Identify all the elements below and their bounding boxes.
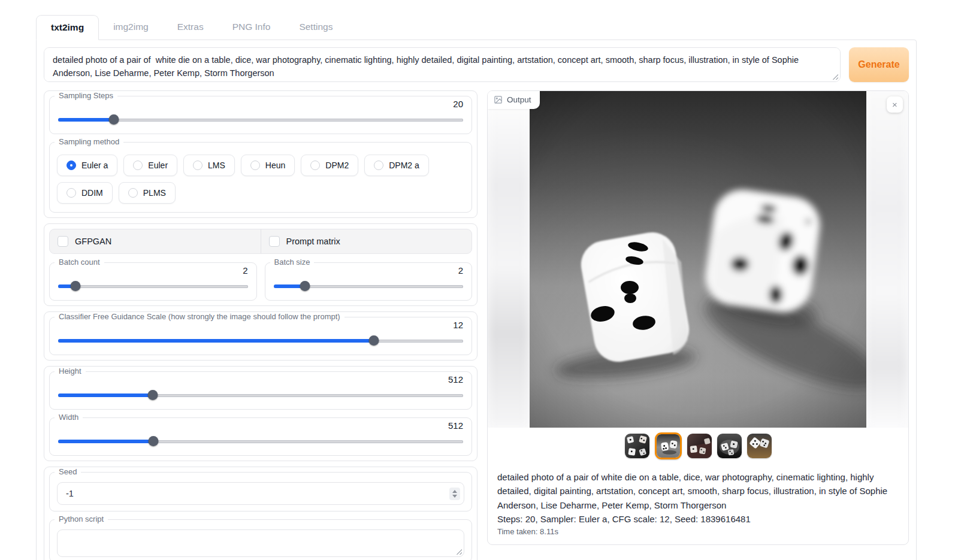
cfg-slider[interactable]: [58, 335, 463, 346]
python-script-group: Python script: [49, 519, 472, 560]
number-spinner[interactable]: [449, 488, 460, 500]
tab-extras[interactable]: Extras: [163, 15, 218, 40]
radio-dot-selected: [67, 161, 76, 170]
app-window: txt2img img2img Extras PNG Info Settings…: [36, 15, 917, 560]
checkbox-label: Prompt matrix: [286, 237, 340, 246]
radio-euler[interactable]: Euler: [123, 155, 177, 176]
width-group: Width 512: [49, 417, 472, 456]
output-tag-label: Output: [507, 95, 531, 104]
output-tag: Output: [488, 91, 540, 109]
cfg-label: Classifier Free Guidance Scale (how stro…: [55, 312, 344, 321]
seed-input[interactable]: [60, 489, 449, 498]
radio-dot: [250, 161, 260, 170]
settings-column: Sampling Steps 20 Sampling method Euler …: [44, 90, 478, 560]
tab-bar: txt2img img2img Extras PNG Info Settings: [36, 15, 917, 40]
radio-label: DDIM: [81, 188, 103, 198]
python-script-wrap: [57, 529, 464, 557]
height-slider[interactable]: [58, 390, 463, 401]
tab-txt2img[interactable]: txt2img: [36, 15, 99, 40]
slider-handle[interactable]: [147, 390, 158, 400]
python-script-label: Python script: [55, 514, 108, 523]
slider-fill: [58, 440, 153, 443]
sampling-method-group: Sampling method Euler a Euler LMS Heun D…: [49, 142, 472, 213]
options-panel: GFPGAN Prompt matrix Batch count 2: [44, 223, 478, 306]
gallery-thumbnail-1[interactable]: [625, 434, 649, 458]
radio-heun[interactable]: Heun: [241, 155, 295, 176]
gfpgan-checkbox[interactable]: GFPGAN: [50, 229, 261, 253]
spinner-down-icon[interactable]: [452, 495, 457, 498]
radio-dpm2[interactable]: DPM2: [301, 155, 358, 176]
slider-handle[interactable]: [300, 281, 310, 291]
batch-size-group: Batch size 2: [265, 262, 473, 301]
page: txt2img img2img Extras PNG Info Settings…: [0, 0, 955, 560]
batch-count-slider[interactable]: [58, 281, 248, 292]
sampling-method-label: Sampling method: [55, 137, 123, 146]
height-label: Height: [55, 367, 86, 376]
radio-label: LMS: [208, 161, 225, 170]
checkbox-box: [269, 236, 280, 247]
radio-ddim[interactable]: DDIM: [57, 182, 113, 204]
generated-image-dice[interactable]: [530, 91, 866, 428]
batch-count-label: Batch count: [55, 258, 104, 267]
slider-fill: [58, 339, 374, 343]
slider-handle[interactable]: [369, 335, 379, 346]
seed-label: Seed: [55, 467, 81, 476]
output-panel: Output ×: [487, 90, 909, 545]
width-value: 512: [448, 420, 463, 431]
radio-label: Heun: [265, 161, 285, 170]
gallery-thumbnail-4[interactable]: [717, 434, 742, 458]
tab-settings[interactable]: Settings: [285, 15, 347, 40]
python-script-textarea[interactable]: [57, 529, 464, 557]
sampling-steps-label: Sampling Steps: [55, 91, 117, 100]
slider-fill: [58, 118, 114, 122]
sampling-steps-slider[interactable]: [58, 114, 463, 125]
slider-fill: [58, 393, 153, 397]
batch-count-value: 2: [243, 265, 247, 276]
tab-png-info[interactable]: PNG Info: [218, 15, 285, 40]
height-group: Height 512: [49, 371, 472, 410]
generate-button[interactable]: Generate: [849, 47, 909, 82]
seed-input-wrap: [57, 482, 464, 505]
radio-plms[interactable]: PLMS: [119, 182, 176, 204]
image-icon: [494, 95, 503, 104]
prompt-row: detailed photo of a pair of white die on…: [44, 47, 909, 82]
caption-time-taken: Time taken: 8.11s: [497, 527, 899, 536]
generated-image-stage: [488, 91, 908, 428]
batch-size-slider[interactable]: [274, 281, 464, 292]
prompt-matrix-checkbox[interactable]: Prompt matrix: [261, 229, 472, 253]
radio-dot: [310, 161, 320, 170]
gallery-thumbnail-3[interactable]: [687, 434, 712, 458]
seed-group: Seed: [49, 472, 472, 511]
gallery-thumbnail-2-selected[interactable]: [655, 432, 682, 459]
slider-track[interactable]: [58, 285, 248, 288]
slider-handle[interactable]: [148, 436, 158, 446]
prompt-textarea[interactable]: detailed photo of a pair of white die on…: [44, 47, 841, 82]
tab-img2img[interactable]: img2img: [99, 15, 163, 40]
seed-script-panel: Seed Python script: [44, 467, 478, 560]
height-value: 512: [448, 374, 463, 385]
slider-handle[interactable]: [70, 281, 80, 291]
batch-count-group: Batch count 2: [49, 262, 257, 301]
sampling-method-radios: Euler a Euler LMS Heun DPM2 DPM2 a DDIM …: [57, 152, 464, 207]
radio-euler-a[interactable]: Euler a: [57, 155, 117, 176]
prompt-textarea-wrap: detailed photo of a pair of white die on…: [44, 47, 841, 82]
sampling-panel: Sampling Steps 20 Sampling method Euler …: [44, 90, 478, 218]
cfg-value: 12: [453, 320, 463, 330]
slider-handle[interactable]: [108, 114, 119, 125]
radio-label: Euler a: [81, 161, 108, 170]
cfg-panel: Classifier Free Guidance Scale (how stro…: [44, 311, 478, 361]
radio-lms[interactable]: LMS: [183, 155, 235, 176]
radio-dot: [374, 161, 383, 170]
dimensions-panel: Height 512 Width 512: [44, 366, 478, 461]
radio-dot: [128, 188, 138, 198]
batch-size-value: 2: [458, 265, 463, 276]
radio-label: PLMS: [143, 188, 166, 198]
spinner-up-icon[interactable]: [452, 490, 457, 493]
width-slider[interactable]: [58, 436, 463, 447]
checkbox-row: GFPGAN Prompt matrix: [49, 229, 472, 254]
caption-prompt-text: detailed photo of a pair of white die on…: [497, 470, 899, 512]
close-icon[interactable]: ×: [887, 96, 903, 113]
gallery-thumbnail-5[interactable]: [747, 434, 772, 458]
slider-track[interactable]: [58, 119, 463, 122]
radio-dpm2-a[interactable]: DPM2 a: [364, 155, 429, 176]
